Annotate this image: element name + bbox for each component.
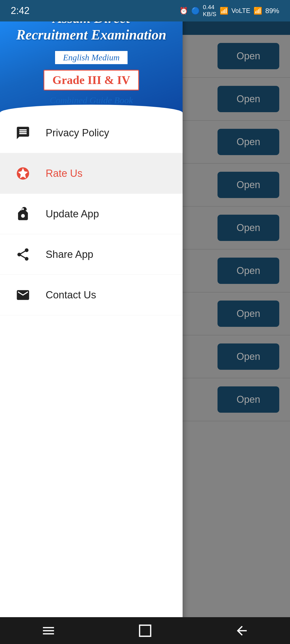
battery-text: 89% xyxy=(265,7,279,15)
nav-bar xyxy=(0,617,290,644)
data-speed: 0.44KB/S xyxy=(203,4,216,18)
open-button-1[interactable]: Open xyxy=(218,43,279,69)
volte-icon: VoLTE xyxy=(231,7,250,14)
nav-back-button[interactable] xyxy=(215,620,269,641)
privacy-policy-label: Privacy Policy xyxy=(46,127,109,139)
share-app-label: Share App xyxy=(46,249,93,260)
open-button-2[interactable]: Open xyxy=(218,86,279,112)
menu-item-rate-us[interactable]: Rate Us xyxy=(0,153,183,194)
star-icon xyxy=(13,164,32,183)
status-icons: ⏰ 🔵 0.44KB/S 📶 VoLTE 📶 89% xyxy=(179,4,279,18)
bluetooth-icon: 🔵 xyxy=(191,7,200,15)
status-time: 2:42 xyxy=(11,5,30,16)
banner-subtitle: English Medium xyxy=(63,53,120,63)
open-button-5[interactable]: Open xyxy=(218,215,279,241)
open-button-6[interactable]: Open xyxy=(218,258,279,284)
briefcase-icon xyxy=(13,204,32,223)
banner-grade-box: Grade III & IV xyxy=(44,70,139,90)
menu-item-update-app[interactable]: Update App xyxy=(0,194,183,234)
status-bar: 2:42 ⏰ 🔵 0.44KB/S 📶 VoLTE 📶 89% xyxy=(0,0,290,21)
menu-item-privacy-policy[interactable]: Privacy Policy xyxy=(0,113,183,153)
banner-subtitle-box: English Medium xyxy=(54,50,129,65)
menu-item-share-app[interactable]: Share App xyxy=(0,234,183,275)
open-button-7[interactable]: Open xyxy=(218,301,279,327)
contact-us-label: Contact Us xyxy=(46,289,96,301)
mail-icon xyxy=(13,286,32,304)
open-button-8[interactable]: Open xyxy=(218,343,279,370)
alarm-icon: ⏰ xyxy=(179,7,188,15)
signal-icon: 📶 xyxy=(253,7,262,15)
chat-icon xyxy=(13,123,32,142)
update-app-label: Update App xyxy=(46,208,99,220)
banner-grade-text: Grade III & IV xyxy=(52,73,130,87)
rate-us-label: Rate Us xyxy=(46,168,82,179)
menu-list: Privacy Policy Rate Us Update App xyxy=(0,113,183,644)
nav-menu-button[interactable] xyxy=(21,620,75,641)
navigation-drawer: Assam Direct Recruitment Examination Eng… xyxy=(0,0,183,644)
nav-home-button[interactable] xyxy=(118,620,172,641)
share-icon xyxy=(13,245,32,264)
open-button-3[interactable]: Open xyxy=(218,129,279,155)
open-button-9[interactable]: Open xyxy=(218,386,279,413)
open-button-4[interactable]: Open xyxy=(218,172,279,198)
wifi-icon: 📶 xyxy=(220,7,228,15)
banner-guide: Combined Guide Book xyxy=(50,95,133,105)
menu-item-contact-us[interactable]: Contact Us xyxy=(0,275,183,315)
